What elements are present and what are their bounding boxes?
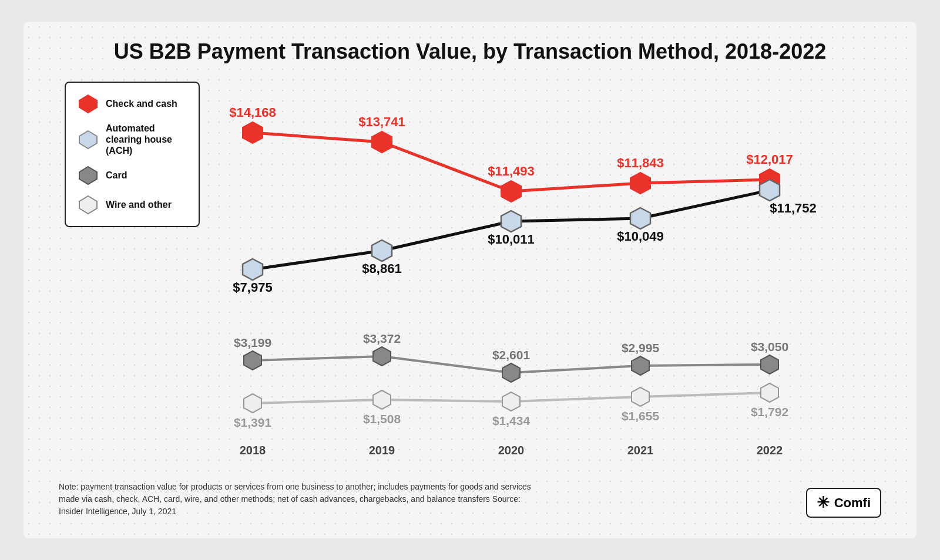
chart-container: US B2B Payment Transaction Value, by Tra… xyxy=(24,22,916,538)
legend-label-check-cash: Check and cash xyxy=(106,98,177,109)
logo-text: Comfi xyxy=(834,495,871,511)
svg-marker-23 xyxy=(501,181,521,202)
svg-line-12 xyxy=(640,190,770,218)
logo-asterisk-icon: ✳ xyxy=(817,494,830,512)
svg-marker-37 xyxy=(373,390,391,409)
legend-item-wire: Wire and other xyxy=(78,194,187,215)
svg-line-19 xyxy=(511,397,640,402)
svg-text:$1,508: $1,508 xyxy=(363,412,401,426)
footer: Note: payment transaction value for prod… xyxy=(59,481,881,518)
svg-marker-36 xyxy=(244,394,261,413)
svg-line-16 xyxy=(640,365,770,366)
svg-line-5 xyxy=(253,133,382,142)
legend-label-wire: Wire and other xyxy=(106,199,172,210)
svg-text:$13,741: $13,741 xyxy=(358,114,405,129)
svg-marker-33 xyxy=(502,363,520,382)
svg-text:$11,843: $11,843 xyxy=(617,156,664,170)
svg-line-20 xyxy=(640,393,770,397)
svg-text:$11,752: $11,752 xyxy=(770,201,817,215)
legend-label-ach: Automated clearing house (ACH) xyxy=(106,123,187,157)
svg-line-15 xyxy=(511,366,640,373)
svg-marker-31 xyxy=(244,351,261,370)
svg-line-17 xyxy=(253,400,382,403)
svg-text:$10,011: $10,011 xyxy=(488,232,535,247)
svg-marker-40 xyxy=(761,383,778,402)
wire-icon xyxy=(78,194,99,215)
svg-text:2020: 2020 xyxy=(498,444,525,457)
legend-item-check-cash: Check and cash xyxy=(78,93,187,114)
svg-marker-39 xyxy=(632,387,649,406)
svg-marker-34 xyxy=(632,356,649,375)
svg-marker-21 xyxy=(243,122,263,143)
card-icon xyxy=(78,165,99,186)
svg-line-7 xyxy=(511,183,640,191)
svg-marker-38 xyxy=(502,392,520,411)
ach-icon xyxy=(78,129,99,150)
svg-marker-1 xyxy=(79,131,97,149)
svg-text:$1,391: $1,391 xyxy=(234,416,272,429)
svg-marker-32 xyxy=(373,347,391,366)
svg-text:$10,049: $10,049 xyxy=(617,229,664,244)
svg-line-13 xyxy=(253,356,382,360)
svg-marker-22 xyxy=(372,131,392,153)
svg-line-11 xyxy=(511,218,640,221)
svg-text:$3,372: $3,372 xyxy=(363,332,401,345)
legend-item-card: Card xyxy=(78,165,187,186)
svg-marker-27 xyxy=(372,240,392,261)
svg-text:$8,861: $8,861 xyxy=(362,261,401,276)
legend-label-card: Card xyxy=(106,170,127,181)
svg-text:2018: 2018 xyxy=(240,444,266,457)
svg-text:$3,199: $3,199 xyxy=(234,336,271,349)
svg-marker-24 xyxy=(630,173,650,194)
svg-line-8 xyxy=(640,180,770,183)
svg-marker-30 xyxy=(760,180,780,201)
svg-text:2022: 2022 xyxy=(757,444,783,457)
svg-text:$12,017: $12,017 xyxy=(746,152,793,167)
chart-title: US B2B Payment Transaction Value, by Tra… xyxy=(59,39,881,64)
svg-line-18 xyxy=(382,400,511,402)
svg-marker-26 xyxy=(243,259,263,280)
svg-text:$2,995: $2,995 xyxy=(622,341,660,355)
svg-text:$2,601: $2,601 xyxy=(492,348,531,362)
legend: Check and cash Automated clearing house … xyxy=(65,82,200,227)
svg-text:2019: 2019 xyxy=(369,444,395,457)
footer-logo: ✳ Comfi xyxy=(806,488,881,518)
svg-text:$1,655: $1,655 xyxy=(622,409,660,423)
footer-note: Note: payment transaction value for prod… xyxy=(59,481,540,518)
svg-text:2021: 2021 xyxy=(627,444,654,457)
svg-text:$1,434: $1,434 xyxy=(492,414,531,427)
svg-text:$14,168: $14,168 xyxy=(229,105,276,120)
svg-text:$11,493: $11,493 xyxy=(488,164,535,178)
svg-text:$3,050: $3,050 xyxy=(751,340,788,353)
svg-marker-2 xyxy=(79,167,97,184)
svg-text:$7,975: $7,975 xyxy=(233,280,272,295)
chart-area: Check and cash Automated clearing house … xyxy=(59,76,881,475)
svg-marker-29 xyxy=(630,208,650,229)
legend-item-ach: Automated clearing house (ACH) xyxy=(78,123,187,157)
svg-marker-28 xyxy=(501,211,521,232)
check-cash-icon xyxy=(78,93,99,114)
svg-marker-35 xyxy=(761,355,778,374)
svg-marker-0 xyxy=(79,95,97,113)
svg-text:$1,792: $1,792 xyxy=(751,405,788,419)
svg-marker-3 xyxy=(79,196,97,214)
